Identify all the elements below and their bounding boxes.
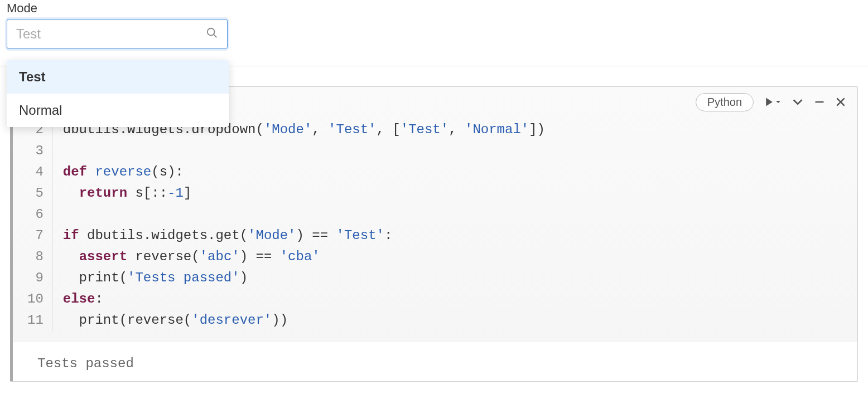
line-number: 9 (27, 267, 44, 289)
minimize-icon[interactable] (814, 96, 825, 108)
search-icon (206, 27, 218, 41)
line-number: 8 (27, 246, 44, 267)
code-line[interactable]: def reverse(s): (63, 162, 545, 183)
run-button[interactable] (764, 96, 782, 108)
code-line[interactable]: else: (63, 289, 545, 310)
line-number: 11 (27, 310, 44, 331)
code-content[interactable]: dbutils.widgets.dropdown('Mode', 'Test',… (53, 119, 545, 331)
line-number: 3 (27, 140, 44, 162)
mode-dropdown-input[interactable] (7, 19, 228, 49)
line-number: 4 (27, 162, 44, 183)
cell-output: Tests passed (13, 342, 857, 381)
close-icon[interactable] (835, 96, 846, 108)
line-number: 6 (27, 204, 44, 225)
mode-search-input[interactable] (16, 26, 206, 42)
code-line[interactable]: if dbutils.widgets.get('Mode') == 'Test'… (63, 225, 545, 246)
code-line[interactable] (63, 140, 545, 162)
code-line[interactable]: print('Tests passed') (63, 267, 545, 289)
code-cell: Python 234567891011 dbutils.widgets.drop… (10, 86, 858, 382)
line-gutter: 234567891011 (13, 119, 53, 331)
code-line[interactable]: return s[::-1] (63, 183, 545, 204)
code-line[interactable]: assert reverse('abc') == 'cba' (63, 246, 545, 267)
dropdown-option-test[interactable]: Test (7, 60, 229, 94)
line-number: 10 (27, 289, 44, 310)
chevron-down-icon[interactable] (792, 96, 804, 108)
language-pill[interactable]: Python (696, 93, 754, 111)
line-number: 7 (27, 225, 44, 246)
line-number: 5 (27, 183, 44, 204)
svg-point-0 (208, 28, 215, 36)
code-editor[interactable]: 234567891011 dbutils.widgets.dropdown('M… (13, 111, 857, 342)
code-line[interactable] (63, 204, 545, 225)
widget-panel: Mode TestNormal (0, 0, 868, 49)
code-line[interactable]: print(reverse('desrever')) (63, 310, 545, 331)
svg-line-1 (214, 35, 217, 38)
dropdown-option-normal[interactable]: Normal (7, 94, 229, 127)
widget-label: Mode (7, 0, 861, 16)
mode-dropdown-menu: TestNormal (7, 60, 229, 127)
